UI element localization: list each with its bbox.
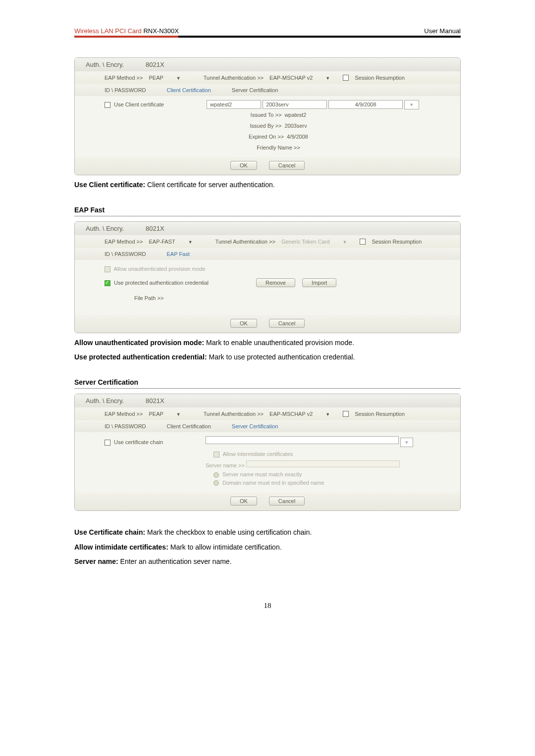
- ok-button[interactable]: OK: [230, 497, 257, 505]
- friendly-name-row: Friendly Name >>: [105, 142, 452, 153]
- tunnel-auth-dropdown-icon[interactable]: [323, 75, 330, 81]
- section-tabs: ID \ PASSWORD EAP Fast: [75, 248, 460, 260]
- use-client-cert-checkbox[interactable]: [105, 102, 110, 108]
- server-cert-body: Use certificate chain ▾ Allow intermidia…: [75, 432, 460, 493]
- use-protected-row: Use protected authentication credential …: [105, 274, 452, 291]
- desc1-bold: Use Client certificate:: [74, 181, 145, 189]
- use-client-cert-label: Use Client certificate: [114, 101, 164, 107]
- cert-field-3[interactable]: 4/9/2008: [328, 100, 403, 109]
- eap-row: EAP Method >> EAP-FAST Tunnel Authentica…: [75, 235, 460, 248]
- cert-chain-field[interactable]: [206, 436, 399, 444]
- model-name: RNX-N300X: [142, 27, 179, 35]
- cert-field-2[interactable]: 2003serv: [263, 100, 327, 109]
- issued-to-row: Issued To >> wpatest2: [105, 109, 452, 120]
- allow-unauth-label: Allow unauthenticated provision mode: [113, 266, 205, 272]
- session-resumption-checkbox[interactable]: [343, 75, 349, 81]
- cancel-button[interactable]: Cancel: [269, 497, 305, 505]
- section-title-server-cert: Server Certification: [74, 378, 461, 389]
- client-cert-body: Use Client certificate wpatest2 2003serv…: [75, 96, 460, 157]
- eap-row: EAP Method >> PEAP Tunnel Authentication…: [75, 407, 460, 420]
- tab-client-certification[interactable]: Client Certification: [160, 84, 225, 96]
- tab-8021x[interactable]: 8021X: [135, 58, 175, 71]
- tunnel-auth-value: Generic Token Card: [281, 239, 330, 245]
- tunnel-auth-dropdown-icon[interactable]: [323, 411, 330, 417]
- eap-method-value[interactable]: EAP-FAST: [149, 239, 175, 245]
- dialog-client-certification: Auth. \ Encry. 8021X EAP Method >> PEAP …: [74, 57, 461, 175]
- desc3c-text: Enter an authentication sever name.: [118, 557, 232, 565]
- dialog-footer: OK Cancel: [75, 493, 460, 510]
- remove-button[interactable]: Remove: [256, 278, 295, 287]
- radio-domain-end: [214, 480, 219, 486]
- desc2b-text: Mark to use protected authentication cre…: [207, 353, 355, 361]
- section-tabs: ID \ PASSWORD Client Certification Serve…: [75, 420, 460, 432]
- eap-fast-body: Allow unauthenticated provision mode Use…: [75, 260, 460, 315]
- use-protected-label: Use protected authentication credential: [114, 280, 209, 286]
- tunnel-auth-value[interactable]: EAP-MSCHAP v2: [269, 75, 313, 81]
- cancel-button[interactable]: Cancel: [269, 161, 305, 170]
- desc3a-text: Mark the checkbox to enable using certif…: [145, 528, 312, 536]
- session-resumption-checkbox[interactable]: [360, 239, 366, 245]
- cert-chain-dropdown-icon[interactable]: ▾: [400, 438, 413, 447]
- desc2b-bold: Use protected authentication credential:: [74, 353, 207, 361]
- radio-match-exact-label: Server name must match exactly: [222, 471, 302, 477]
- session-resumption-checkbox[interactable]: [343, 411, 349, 417]
- tunnel-auth-label: Tunnel Authentication >>: [215, 239, 275, 245]
- ok-button[interactable]: OK: [230, 161, 257, 170]
- eap-method-label: EAP Method >>: [105, 411, 143, 417]
- top-tabs: Auth. \ Encry. 8021X: [75, 394, 460, 407]
- tab-id-password[interactable]: ID \ PASSWORD: [75, 248, 160, 260]
- eap-method-dropdown-icon[interactable]: [174, 75, 181, 81]
- tab-id-password[interactable]: ID \ PASSWORD: [75, 84, 160, 96]
- tab-auth-encry[interactable]: Auth. \ Encry.: [75, 222, 135, 235]
- top-tabs: Auth. \ Encry. 8021X: [75, 222, 460, 235]
- expired-value: 4/9/2008: [287, 134, 308, 140]
- header-left: Wireless LAN PCI Card RNX-N300X: [74, 27, 179, 35]
- radio-match-exact-row: Server name must match exactly: [105, 469, 452, 479]
- radio-domain-end-label: Domain name must end in specified name: [222, 480, 324, 486]
- cancel-button[interactable]: Cancel: [269, 319, 305, 328]
- expired-on-row: Expired On >> 4/9/2008: [105, 131, 452, 142]
- expired-label: Expired On >>: [249, 134, 284, 140]
- tunnel-auth-dropdown-icon: [341, 239, 347, 245]
- tab-auth-encry[interactable]: Auth. \ Encry.: [75, 58, 135, 71]
- server-name-label: Server name >>: [206, 462, 245, 468]
- allow-unauth-checkbox: [105, 266, 110, 272]
- allow-intermediate-label: Allow intermidiate certificates: [222, 451, 293, 457]
- cert-field-1[interactable]: wpatest2: [207, 100, 261, 109]
- file-path-label: File Path >>: [134, 295, 163, 301]
- server-name-row: Server name >>: [105, 458, 452, 469]
- desc-use-client-cert: Use Client certificate: Client certifica…: [74, 180, 461, 190]
- desc3b-bold: Allow intimidate certificates:: [74, 543, 168, 551]
- tunnel-auth-value[interactable]: EAP-MSCHAP v2: [269, 411, 313, 417]
- tab-id-password[interactable]: ID \ PASSWORD: [75, 420, 160, 432]
- use-cert-chain-checkbox[interactable]: [105, 440, 110, 446]
- desc3a-bold: Use Certificate chain:: [74, 528, 145, 536]
- desc-use-protected: Use protected authentication credential:…: [74, 353, 461, 362]
- tunnel-auth-label: Tunnel Authentication >>: [204, 411, 264, 417]
- tab-client-certification[interactable]: Client Certification: [160, 420, 225, 432]
- tab-auth-encry[interactable]: Auth. \ Encry.: [75, 394, 135, 407]
- dialog-eap-fast: Auth. \ Encry. 8021X EAP Method >> EAP-F…: [74, 221, 461, 333]
- use-cert-chain-label: Use certificate chain: [114, 439, 163, 445]
- allow-intermediate-checkbox: [214, 452, 219, 457]
- cert-dropdown-icon[interactable]: ▾: [404, 100, 419, 109]
- eap-method-dropdown-icon[interactable]: [174, 411, 181, 417]
- tab-8021x[interactable]: 8021X: [135, 222, 175, 235]
- section-tabs: ID \ PASSWORD Client Certification Serve…: [75, 84, 460, 96]
- issued-to-value: wpatest2: [284, 112, 306, 118]
- eap-method-value[interactable]: PEAP: [149, 75, 163, 81]
- desc-server-name: Server name: Enter an authentication sev…: [74, 557, 461, 567]
- eap-method-label: EAP Method >>: [105, 239, 143, 245]
- tab-eap-fast[interactable]: EAP Fast: [160, 248, 204, 260]
- dialog-footer: OK Cancel: [75, 315, 460, 333]
- ok-button[interactable]: OK: [230, 319, 257, 328]
- use-client-cert-row: Use Client certificate wpatest2 2003serv…: [105, 100, 452, 109]
- eap-method-value[interactable]: PEAP: [149, 411, 163, 417]
- tab-8021x[interactable]: 8021X: [135, 394, 175, 407]
- tab-server-certification[interactable]: Server Certification: [225, 84, 292, 96]
- import-button[interactable]: Import: [302, 278, 336, 287]
- section-title-eap-fast: EAP Fast: [74, 206, 461, 216]
- use-protected-checkbox[interactable]: [105, 280, 110, 286]
- eap-method-dropdown-icon[interactable]: [186, 239, 193, 245]
- tab-server-certification[interactable]: Server Certification: [225, 420, 292, 432]
